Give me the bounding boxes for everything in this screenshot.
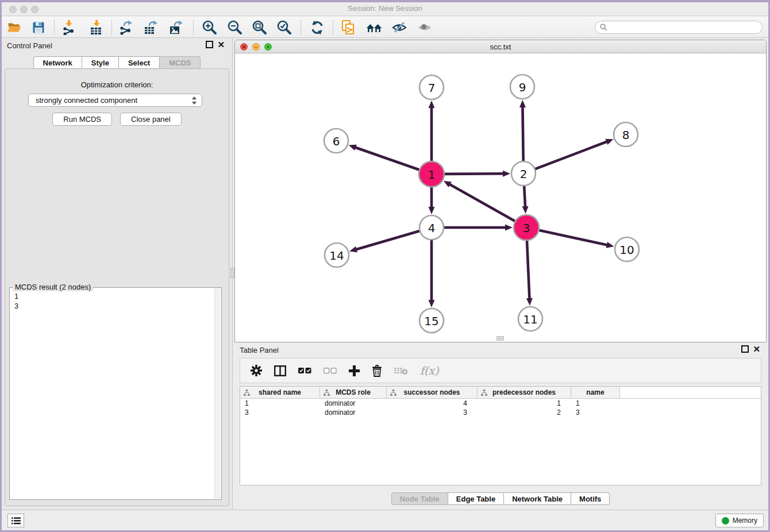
column-header-label: shared name (259, 388, 301, 396)
import-network-icon[interactable] (61, 20, 77, 36)
column-header-successor-nodes[interactable]: successor nodes (387, 387, 478, 398)
tab-motifs[interactable]: Motifs (571, 492, 610, 505)
function-builder-icon[interactable]: f(x) (420, 364, 439, 377)
result-scrollbar[interactable] (214, 288, 221, 499)
mcds-result-title: MCDS result (2 nodes) (13, 283, 93, 291)
export-image-icon[interactable] (169, 20, 185, 36)
graph-edge-arrowhead (605, 139, 613, 145)
app-window: Session: New Session (2, 2, 768, 530)
table-panel: Table Panel ✕ (234, 342, 767, 510)
table-cell[interactable]: dominator (320, 399, 387, 408)
table-cell[interactable]: 3 (387, 408, 478, 417)
open-file-icon[interactable] (6, 20, 22, 36)
table-cell[interactable]: 1 (478, 399, 571, 408)
table-settings-gear-icon[interactable] (251, 365, 262, 376)
node-table[interactable]: shared nameMCDS rolesuccessor nodesprede… (240, 386, 761, 485)
export-table-icon[interactable] (144, 20, 160, 36)
memory-label: Memory (733, 516, 757, 525)
graph-edge-arrowhead (429, 101, 435, 108)
zoom-out-icon[interactable] (227, 20, 243, 36)
show-all-eye-icon[interactable] (417, 20, 433, 36)
toolbar-separator (54, 20, 55, 35)
optimization-criterion-label: Optimization criterion: (5, 80, 229, 89)
delete-table-icon[interactable] (394, 367, 408, 375)
first-neighbors-home-icon[interactable] (366, 20, 382, 36)
table-panel-header: Table Panel ✕ (234, 342, 767, 357)
table-row[interactable]: 1dominator411 (240, 399, 761, 408)
graph-edge-1-6[interactable] (355, 148, 421, 171)
column-header-name[interactable]: name (571, 387, 620, 398)
panel-divider-handle[interactable] (230, 268, 234, 278)
close-table-panel-icon[interactable]: ✕ (753, 344, 760, 354)
network-graph[interactable]: 7968124314101511 (235, 54, 766, 342)
tab-edge-table[interactable]: Edge Table (448, 492, 504, 505)
column-header-mcds-role[interactable]: MCDS role (320, 387, 387, 398)
column-header-predecessor-nodes[interactable]: predecessor nodes (478, 387, 571, 398)
close-panel-icon[interactable]: ✕ (217, 40, 225, 50)
graph-edge-1-2[interactable] (442, 174, 503, 174)
table-cell[interactable]: 1 (571, 399, 620, 408)
column-type-icon (244, 390, 250, 396)
float-table-panel-icon[interactable] (741, 345, 749, 353)
tab-style[interactable]: Style (82, 56, 119, 69)
export-network-icon[interactable] (119, 20, 135, 36)
table-cell[interactable]: dominator (320, 408, 387, 417)
tab-network[interactable]: Network (33, 56, 82, 69)
table-cell[interactable]: 2 (478, 408, 571, 417)
network-canvas[interactable]: 7968124314101511 (235, 54, 766, 342)
graph-edge-arrowhead (505, 225, 513, 231)
graph-edge-3-10[interactable] (537, 230, 607, 245)
zoom-fit-icon[interactable] (252, 20, 268, 36)
graph-node-label: 2 (520, 167, 528, 181)
tab-node-table[interactable]: Node Table (391, 492, 448, 505)
network-resize-handle[interactable] (496, 336, 504, 341)
network-window: ✕ − + scc.txt 7968124314101511 (234, 40, 767, 342)
task-history-button[interactable] (7, 514, 24, 527)
mcds-result-box: MCDS result (2 nodes) 1 3 (9, 287, 222, 500)
table-cell[interactable]: 4 (387, 399, 478, 408)
split-panel-icon[interactable] (274, 365, 286, 376)
column-header-label: successor nodes (403, 388, 460, 396)
tab-select[interactable]: Select (119, 56, 160, 69)
close-panel-button[interactable]: Close panel (120, 113, 182, 126)
column-header-shared-name[interactable]: shared name (240, 387, 320, 398)
duplicate-network-icon[interactable] (341, 20, 357, 36)
network-window-titlebar[interactable]: ✕ − + scc.txt (235, 40, 766, 53)
graph-edge-2-9[interactable] (522, 107, 523, 163)
hide-selected-eye-icon[interactable] (391, 20, 407, 36)
table-cell[interactable]: 1 (240, 399, 320, 408)
graph-edge-2-3[interactable] (524, 184, 525, 207)
memory-button[interactable]: Memory (715, 514, 764, 527)
search-input[interactable] (595, 21, 763, 34)
table-cell[interactable]: 3 (240, 408, 320, 417)
tab-network-table[interactable]: Network Table (504, 492, 571, 505)
zoom-in-icon[interactable] (202, 20, 218, 36)
import-table-icon[interactable] (88, 20, 105, 36)
graph-edge-4-14[interactable] (356, 230, 421, 249)
table-panel-tabs: Node TableEdge TableNetwork TableMotifs (234, 492, 767, 505)
table-cell[interactable]: 3 (571, 408, 620, 417)
graph-node-label: 9 (519, 80, 526, 94)
toolbar-separator (301, 20, 301, 35)
refresh-view-icon[interactable] (309, 20, 325, 36)
add-column-plus-icon[interactable] (349, 365, 360, 376)
criterion-select[interactable]: strongly connected component (28, 94, 202, 107)
delete-column-trash-icon[interactable] (372, 365, 382, 377)
toolbar-separator (333, 20, 333, 35)
node-table-header: shared nameMCDS rolesuccessor nodesprede… (240, 387, 761, 399)
float-panel-icon[interactable] (206, 41, 213, 48)
save-session-icon[interactable] (30, 20, 47, 36)
graph-edge-3-1[interactable] (449, 184, 517, 222)
select-stepper-icon (191, 95, 198, 106)
graph-edge-3-11[interactable] (527, 238, 530, 299)
tab-mcds[interactable]: MCDS (160, 56, 201, 69)
run-mcds-button[interactable]: Run MCDS (52, 113, 112, 126)
column-header-label: predecessor nodes (492, 388, 556, 396)
deselect-all-rows-icon[interactable] (324, 367, 337, 374)
select-all-rows-icon[interactable] (298, 367, 311, 374)
table-row[interactable]: 3dominator323 (240, 408, 761, 417)
graph-edge-2-8[interactable] (534, 141, 607, 169)
column-type-icon (390, 390, 396, 396)
control-panel: Control Panel ✕ NetworkStyleSelectMCDS O… (2, 38, 233, 510)
zoom-selected-icon[interactable] (276, 20, 292, 36)
